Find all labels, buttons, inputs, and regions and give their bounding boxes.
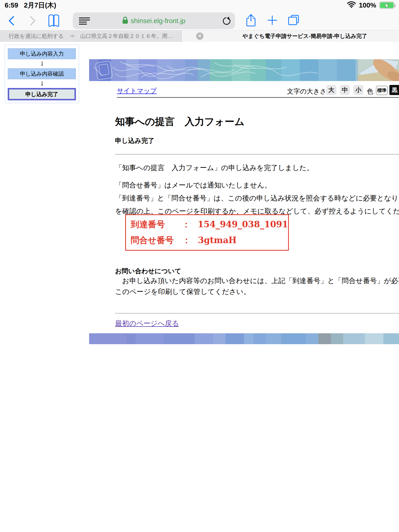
- flow-arrow-icon: ↓: [5, 60, 79, 67]
- footer-divider: [115, 313, 399, 314]
- arrival-number-label: 到達番号: [131, 219, 182, 230]
- tab-search-result[interactable]: 行政を適法に処刑する ⇒ 山口県立高２年自殺２０１６年。周…: [0, 30, 182, 42]
- header-divider: [117, 97, 399, 98]
- font-size-label: 文字の大きさ: [287, 87, 327, 96]
- wifi-icon: [347, 1, 356, 10]
- tab-yamaguchi-service[interactable]: ✕ やまぐち電子申請サービス-簡易申請-申し込み完了: [182, 30, 399, 42]
- color-black-button[interactable]: 黒: [389, 85, 399, 95]
- font-size-small-button[interactable]: 小: [353, 85, 363, 95]
- new-tab-icon[interactable]: [267, 15, 277, 25]
- inquiry-number-value: 3gtmaH: [198, 235, 237, 245]
- header-banner-image: [89, 59, 399, 81]
- notice-paragraph: 「問合せ番号」はメールでは通知いたしません。 「到達番号」と「問合せ番号」は、こ…: [115, 179, 399, 218]
- close-tab-icon[interactable]: ✕: [196, 32, 203, 40]
- reload-icon[interactable]: [222, 17, 230, 27]
- page-title: 知事への提言 入力フォーム: [115, 115, 244, 128]
- font-size-large-button[interactable]: 大: [326, 85, 336, 95]
- application-step-flow: 申し込み内容入力 ↓ 申し込み内容確認 ↓ 申し込み完了: [5, 45, 79, 103]
- footer-banner-image: [89, 333, 399, 344]
- clock: 6:59: [5, 1, 18, 9]
- address-bar[interactable]: shinsei.elg-front.jp: [73, 12, 235, 29]
- forward-button[interactable]: [29, 16, 36, 26]
- tab-title: 行政を適法に処刑する ⇒ 山口県立高２年自殺２０１６年。周…: [9, 32, 173, 40]
- contact-line: このページを印刷して保管してください。: [115, 287, 250, 296]
- step-complete-current: 申し込み完了: [8, 88, 76, 100]
- arrival-number-row: 到達番号 ： 154_949_038_1091: [131, 219, 288, 230]
- step-label: 申し込み内容確認: [20, 70, 64, 77]
- tab-bar: 行政を適法に処刑する ⇒ 山口県立高２年自殺２０１６年。周… ✕ やまぐち電子申…: [0, 30, 399, 42]
- step-input: 申し込み内容入力: [8, 48, 76, 59]
- url-text: shinsei.elg-front.jp: [131, 17, 185, 25]
- battery-percent: 100%: [359, 1, 376, 9]
- step-label: 申し込み内容入力: [20, 50, 64, 57]
- separator: ：: [182, 235, 191, 246]
- separator: ：: [182, 219, 190, 230]
- webpage-content: 申し込み内容入力 ↓ 申し込み内容確認 ↓ 申し込み完了: [0, 42, 399, 532]
- sitemap-link[interactable]: サイトマップ: [117, 87, 157, 95]
- contact-line: お申し込み頂いた内容等のお問い合わせには、上記「到達番号」と「問合せ番号」が必要…: [115, 276, 399, 285]
- tab-title: やまぐち電子申請サービス-簡易申請-申し込み完了: [242, 32, 367, 40]
- section-divider: [115, 154, 399, 155]
- color-scheme-label: 色: [367, 87, 373, 96]
- battery-charging-icon: [379, 2, 394, 9]
- inquiry-number-label: 問合せ番号: [131, 235, 182, 246]
- status-bar: 6:59 2月7日(木) 100%: [0, 0, 399, 10]
- font-size-medium-button[interactable]: 中: [340, 85, 350, 95]
- reference-number-box: 到達番号 ： 154_949_038_1091 問合せ番号 ： 3gtmaH: [125, 214, 289, 251]
- back-to-first-page-link[interactable]: 最初のページへ戻る: [115, 319, 179, 328]
- inquiry-number-row: 問合せ番号 ： 3gtmaH: [131, 235, 288, 246]
- back-button[interactable]: [8, 16, 15, 26]
- completion-message: 「知事への提言 入力フォーム」の申し込みを完了しました。: [115, 163, 314, 172]
- screen: 6:59 2月7日(木) 100%: [0, 0, 399, 532]
- reader-view-icon[interactable]: [79, 17, 90, 26]
- share-icon[interactable]: [246, 14, 256, 27]
- arrival-number-value: 154_949_038_1091: [198, 219, 288, 229]
- contact-heading: お問い合わせについて: [115, 267, 181, 275]
- color-standard-button[interactable]: 標準: [376, 86, 388, 95]
- lock-icon: [122, 17, 128, 25]
- section-heading-complete: 申し込み完了: [115, 136, 154, 145]
- step-confirm: 申し込み内容確認: [8, 68, 76, 79]
- browser-toolbar: shinsei.elg-front.jp: [0, 10, 399, 30]
- notice-line: 「到達番号」と「問合せ番号」は、この後の申し込み状況を照会する時などに必要となり…: [115, 192, 399, 205]
- flow-arrow-icon: ↓: [5, 80, 79, 87]
- bookmarks-icon[interactable]: [48, 15, 59, 27]
- date: 2月7日(木): [24, 1, 56, 10]
- step-label: 申し込み完了: [25, 91, 58, 98]
- tabs-overview-icon[interactable]: [288, 15, 299, 26]
- notice-line: 「問合せ番号」はメールでは通知いたしません。: [115, 179, 399, 192]
